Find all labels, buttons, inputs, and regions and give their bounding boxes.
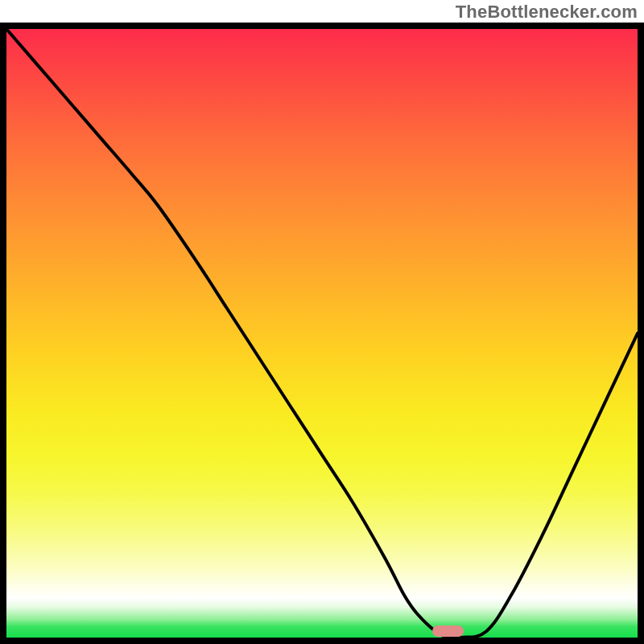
- bottleneck-chart: TheBottlenecker.com: [0, 0, 644, 644]
- plot-background-gradient: [6, 29, 638, 638]
- optimal-range-marker: [432, 625, 464, 637]
- watermark-text: TheBottlenecker.com: [456, 2, 638, 23]
